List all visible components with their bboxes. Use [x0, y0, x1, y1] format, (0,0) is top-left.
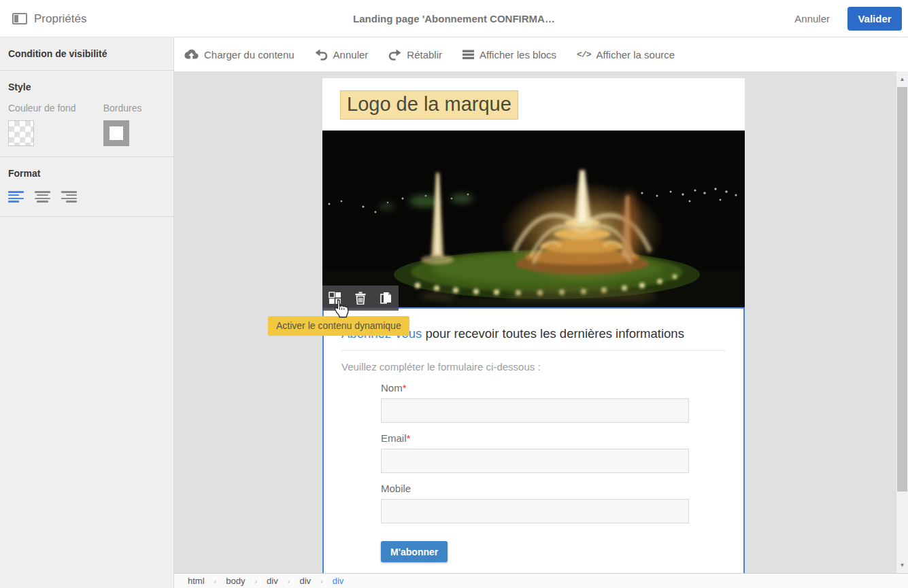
load-content-button[interactable]: Charger du contenu [184, 49, 295, 60]
topbar-actions: Annuler Valider [794, 0, 902, 37]
night-fountain-image[interactable] [322, 131, 745, 307]
breadcrumb-div-1[interactable]: div [267, 576, 278, 586]
editor-window: Propriétés Landing page 'Abonnement CONF… [0, 0, 908, 588]
required-asterisk: * [403, 382, 407, 394]
mobile-label: Mobile [381, 483, 689, 494]
nom-input[interactable] [381, 398, 689, 423]
properties-panel-icon [12, 13, 27, 24]
redo-button[interactable]: Rétablir [388, 49, 442, 60]
email-input[interactable] [381, 449, 689, 473]
vertical-scrollbar[interactable]: ▲ ▼ [896, 71, 908, 573]
nom-label: Nom* [381, 382, 689, 394]
delete-block-icon[interactable] [350, 288, 371, 309]
visibility-condition-section[interactable]: Condition de visibilité [0, 37, 173, 71]
edit-toolbar: Charger du contenu Annuler Rétablir [174, 37, 908, 71]
scroll-down-arrow-icon[interactable]: ▼ [896, 559, 908, 571]
email-label: Email* [381, 432, 689, 444]
style-section: Style Couleur de fond Bordures [0, 71, 173, 157]
heading-divider [341, 350, 725, 351]
scroll-up-arrow-icon[interactable]: ▲ [896, 73, 908, 85]
format-section: Format [0, 157, 173, 217]
subscribe-button[interactable]: M'abonner [381, 541, 448, 562]
chevron-right-icon: › [214, 577, 217, 585]
form-fields: Nom* Email* Mobile M'abonner [381, 382, 689, 573]
align-right-icon[interactable] [61, 190, 77, 203]
page-title: Landing page 'Abonnement CONFIRMA… [353, 13, 555, 24]
cloud-upload-icon [184, 49, 199, 60]
undo-button[interactable]: Annuler [315, 49, 369, 60]
show-source-button[interactable]: </> Afficher la source [577, 49, 675, 60]
breadcrumb-div-active[interactable]: div [333, 576, 344, 586]
style-header: Style [8, 82, 31, 92]
show-blocks-button[interactable]: Afficher les blocs [463, 49, 556, 60]
chevron-right-icon: › [320, 577, 323, 585]
background-color-swatch[interactable] [8, 120, 34, 146]
properties-header: Propriétés [12, 0, 86, 37]
breadcrumb-div-2[interactable]: div [299, 576, 311, 586]
dynamic-content-tooltip: Activer le contenu dynamique [268, 316, 409, 336]
block-overlay-toolbar [322, 286, 399, 311]
cancel-button[interactable]: Annuler [794, 13, 830, 24]
form-intro: Veuillez compléter le formulaire ci-dess… [341, 361, 725, 373]
background-color-label: Couleur de fond [8, 103, 76, 114]
scrollbar-thumb[interactable] [897, 87, 907, 491]
align-center-icon[interactable] [35, 190, 50, 203]
undo-icon [315, 49, 328, 60]
dynamic-content-icon[interactable] [325, 288, 346, 309]
top-bar: Propriétés Landing page 'Abonnement CONF… [0, 0, 908, 37]
format-header: Format [8, 168, 40, 179]
logo-block[interactable]: Logo de la marque [322, 78, 745, 131]
form-heading-rest: pour recevoir toutes les dernières infor… [422, 326, 684, 341]
validate-button[interactable]: Valider [847, 7, 902, 31]
breadcrumb-html[interactable]: html [188, 576, 205, 586]
logo-placeholder-text[interactable]: Logo de la marque [340, 90, 518, 120]
chevron-right-icon: › [288, 577, 290, 585]
properties-sidebar: Condition de visibilité Style Couleur de… [0, 37, 174, 588]
borders-swatch[interactable] [103, 120, 129, 146]
properties-title: Propriétés [34, 12, 86, 26]
blocks-icon [463, 50, 474, 60]
borders-label: Bordures [103, 103, 142, 114]
editor-canvas: Logo de la marque [174, 71, 908, 573]
align-left-icon[interactable] [8, 190, 24, 203]
mobile-input[interactable] [381, 499, 689, 523]
duplicate-block-icon[interactable] [375, 288, 396, 309]
required-asterisk: * [407, 432, 411, 444]
subscription-form-block[interactable]: Abonnez-vous pour recevoir toutes les de… [322, 307, 745, 573]
visibility-condition-header: Condition de visibilité [8, 48, 107, 59]
redo-icon [388, 49, 401, 60]
code-icon: </> [577, 50, 590, 60]
breadcrumb-body[interactable]: body [226, 576, 245, 586]
chevron-right-icon: › [254, 577, 257, 585]
element-path-breadcrumb: html › body › div › div › div [174, 573, 908, 588]
page-title-wrap: Landing page 'Abonnement CONFIRMA… [0, 0, 908, 37]
